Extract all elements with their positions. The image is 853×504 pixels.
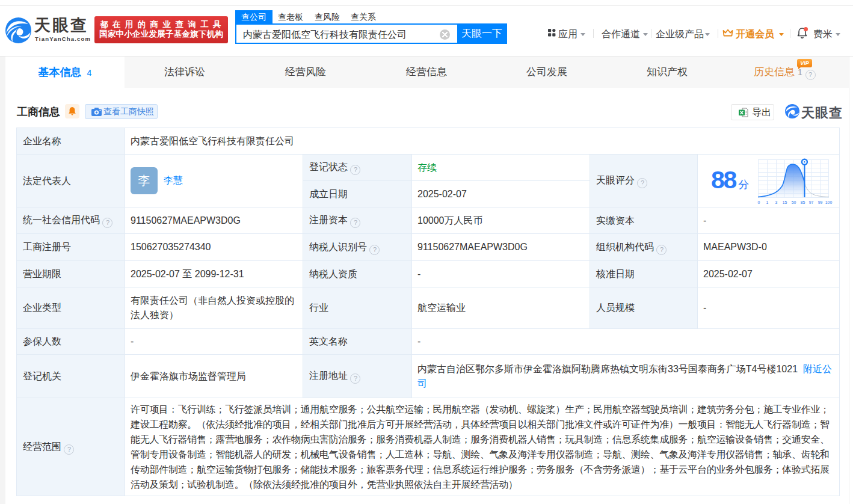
svg-text:1: 1 (766, 200, 769, 204)
svg-text:85: 85 (801, 200, 805, 204)
svg-text:99: 99 (818, 200, 823, 204)
svg-text:15: 15 (783, 200, 787, 204)
svg-text:97: 97 (809, 200, 814, 204)
svg-text:50: 50 (792, 200, 796, 204)
svg-text:3: 3 (775, 200, 778, 204)
svg-text:100: 100 (825, 200, 833, 204)
svg-text:0: 0 (758, 200, 760, 204)
